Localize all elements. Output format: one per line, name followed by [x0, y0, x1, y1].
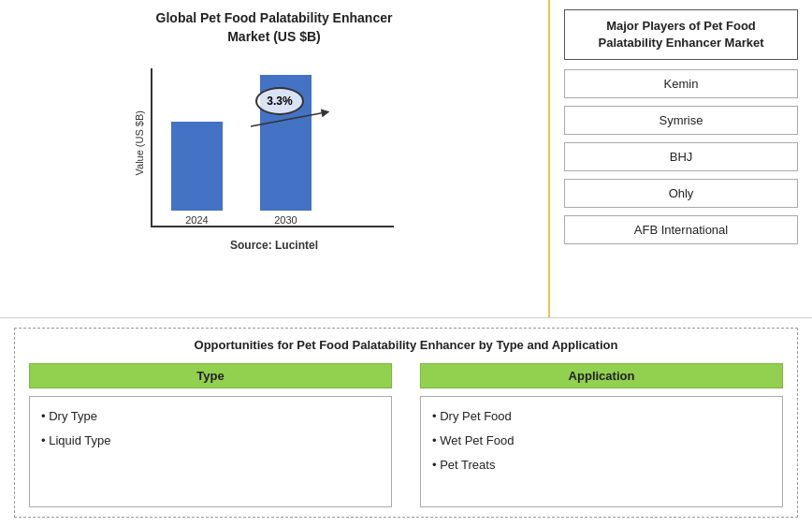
player-ohly: Ohly [564, 179, 798, 208]
chart-title-line2: Market (US $B) [227, 29, 321, 44]
bottom-section: Opportunities for Pet Food Palatability … [14, 328, 798, 518]
bar-label-2024: 2024 [185, 214, 208, 226]
application-item-wet-pet-food: Wet Pet Food [432, 429, 771, 453]
application-item-dry-pet-food: Dry Pet Food [432, 404, 771, 429]
chart-title-line1: Global Pet Food Palatability Enhancer [156, 10, 393, 25]
chart-area: Global Pet Food Palatability Enhancer Ma… [0, 0, 550, 317]
type-column: Type Dry Type Liquid Type [29, 363, 392, 507]
type-header: Type [29, 363, 392, 388]
bottom-title: Opportunities for Pet Food Palatability … [29, 338, 783, 352]
growth-annotation: 3.3% [255, 87, 304, 117]
application-content: Dry Pet Food Wet Pet Food Pet Treats [420, 396, 783, 507]
growth-arrow-svg [246, 108, 330, 140]
bar-2024 [171, 122, 223, 211]
bottom-columns: Type Dry Type Liquid Type Application Dr… [29, 363, 783, 507]
type-content: Dry Type Liquid Type [29, 396, 392, 507]
application-column: Application Dry Pet Food Wet Pet Food Pe… [420, 363, 783, 507]
bar-chart: 3.3% [151, 68, 394, 227]
right-panel-title: Major Players of Pet Food Palatability E… [564, 9, 798, 60]
type-item-liquid: Liquid Type [41, 429, 380, 453]
type-list: Dry Type Liquid Type [41, 404, 380, 453]
player-symrise: Symrise [564, 106, 798, 135]
main-container: Global Pet Food Palatability Enhancer Ma… [0, 0, 812, 527]
application-list: Dry Pet Food Wet Pet Food Pet Treats [432, 404, 771, 477]
bar-group-2024: 2024 [171, 122, 223, 226]
chart-wrapper: Value (US $B) 3.3% [134, 59, 414, 227]
bar-label-2030: 2030 [274, 214, 297, 226]
svg-line-0 [251, 112, 326, 126]
top-section: Global Pet Food Palatability Enhancer Ma… [0, 0, 812, 318]
player-bhj: BHJ [564, 142, 798, 171]
chart-title: Global Pet Food Palatability Enhancer Ma… [156, 9, 393, 46]
source-text: Source: Lucintel [230, 239, 318, 252]
type-item-dry: Dry Type [41, 404, 380, 429]
application-item-pet-treats: Pet Treats [432, 453, 771, 477]
application-header: Application [420, 363, 783, 388]
player-kemin: Kemin [564, 69, 798, 98]
player-afb: AFB International [564, 215, 798, 244]
growth-value: 3.3% [267, 95, 292, 108]
y-axis-label: Value (US $B) [134, 110, 145, 176]
right-panel: Major Players of Pet Food Palatability E… [550, 0, 812, 317]
